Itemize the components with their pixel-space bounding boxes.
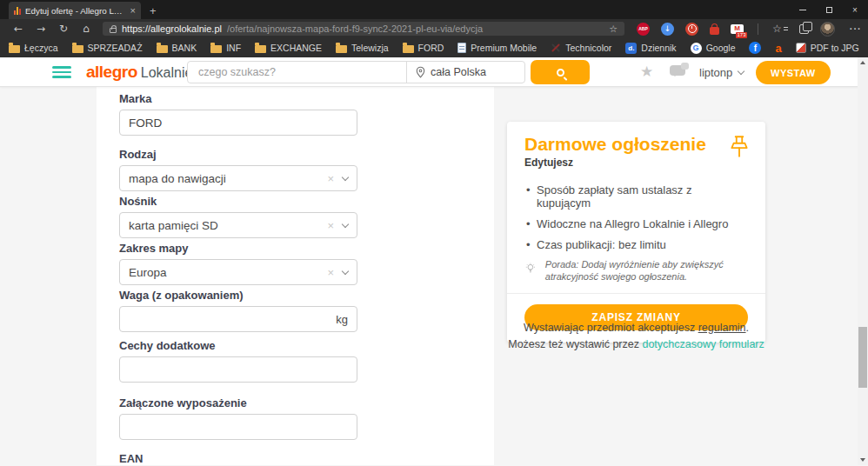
allegro-lokalnie-logo[interactable]: allegroLokalnie xyxy=(86,63,192,82)
profile-avatar[interactable] xyxy=(820,22,835,37)
field-ean: EAN xyxy=(119,452,357,465)
search-button[interactable] xyxy=(531,60,590,84)
browser-window: Edytuj ofertę - Allegro Lokalnie × + × ←… xyxy=(0,0,868,466)
zakres-mapy-select[interactable]: Europa × xyxy=(119,259,357,285)
collections-icon[interactable] xyxy=(799,24,809,34)
bookmark-item[interactable]: d. Dziennik xyxy=(625,43,676,54)
page-scrollbar[interactable] xyxy=(858,57,868,465)
field-zalaczone-wyposazenie: Załączone wyposażenie xyxy=(119,396,357,440)
field-zakres-mapy: Zakres mapy Europa × xyxy=(119,242,357,285)
address-bar[interactable]: https://allegrolokalnie.pl /oferta/najno… xyxy=(103,22,624,36)
search-icon xyxy=(557,69,564,77)
bookmark-folder[interactable]: FORD xyxy=(403,43,444,53)
alt-form-line: Możesz też wystawić przez dotychczasowy … xyxy=(507,338,765,350)
window-controls: × xyxy=(790,0,868,19)
clear-icon[interactable]: × xyxy=(327,172,334,185)
card-subtitle: Edytujesz xyxy=(524,156,748,169)
search-input[interactable] xyxy=(188,62,406,83)
bookmark-folder[interactable]: INF xyxy=(210,43,241,53)
cechy-dodatkowe-input[interactable] xyxy=(129,363,348,376)
folder-icon xyxy=(403,45,414,53)
scrollbar-thumb[interactable] xyxy=(858,327,867,388)
bookmark-folder[interactable]: BANK xyxy=(157,43,197,53)
close-button[interactable]: × xyxy=(842,0,868,19)
hamburger-menu-icon[interactable] xyxy=(52,66,71,81)
terms-note: Wystawiając przedmiot akceptujesz regula… xyxy=(507,322,765,355)
favorites-star-icon[interactable]: ★ xyxy=(640,63,653,80)
bookmark-item[interactable]: PDF to JPG xyxy=(796,43,859,53)
bookmark-item[interactable]: a xyxy=(775,43,781,54)
tab-close-icon[interactable]: × xyxy=(130,6,136,16)
rodzaj-select[interactable]: mapa do nawigacji × xyxy=(119,165,357,191)
regulamin-link[interactable]: regulamin xyxy=(698,322,746,334)
folder-icon xyxy=(9,45,20,53)
zalaczone-wyposazenie-input[interactable] xyxy=(129,421,348,434)
maximize-button[interactable] xyxy=(816,0,842,19)
marka-input[interactable] xyxy=(129,116,348,130)
refresh-button[interactable]: ↻ xyxy=(52,23,75,35)
bookmark-folder[interactable]: SPRZEADAŻ xyxy=(72,43,143,53)
adblock-extension-icon[interactable]: ABP xyxy=(637,23,650,36)
location-select[interactable]: cała Polska xyxy=(406,62,524,83)
forward-button[interactable]: → xyxy=(30,23,52,35)
add-favorite-icon[interactable]: ☆ xyxy=(609,23,618,35)
ssl-lock-icon xyxy=(110,28,117,33)
lightbulb-icon xyxy=(524,259,537,278)
extension-row: ABP ↓ M 173 ☆ ··· xyxy=(637,22,862,37)
tip-text: Porada: Dodaj wyróżnienie aby zwiększyć … xyxy=(545,259,748,283)
google-icon: G xyxy=(691,43,702,54)
bookmark-item[interactable]: f xyxy=(749,42,761,54)
password-extension-icon[interactable] xyxy=(710,27,719,35)
document-icon xyxy=(457,43,466,53)
field-rodzaj: Rodzaj mapa do nawigacji × xyxy=(119,148,357,191)
folder-icon xyxy=(210,45,222,53)
benefit-item: Czas publikacji: bez limitu xyxy=(524,238,748,251)
favorites-hub-icon[interactable]: ☆ xyxy=(772,23,788,35)
back-button[interactable]: ← xyxy=(7,23,30,35)
bookmark-item[interactable]: Premium Mobile xyxy=(457,43,537,53)
folder-icon xyxy=(255,45,266,53)
location-pin-icon xyxy=(416,66,425,78)
folder-icon xyxy=(157,45,168,53)
chevron-down-icon xyxy=(342,173,349,180)
chevron-down-icon xyxy=(342,267,349,274)
offer-form-panel: Marka Rodzaj mapa do nawigacji × Nośnik xyxy=(97,87,494,465)
tab-title: Edytuj ofertę - Allegro Lokalnie xyxy=(25,6,126,16)
bookmark-item[interactable]: G Google xyxy=(691,43,736,54)
clear-icon[interactable]: × xyxy=(327,219,334,232)
tools-icon xyxy=(551,43,561,53)
field-waga: Waga (z opakowaniem) kg xyxy=(119,289,357,332)
bookmark-folder[interactable]: Łęczyca xyxy=(9,43,58,53)
card-title: Darmowe ogłoszenie xyxy=(524,134,748,155)
new-tab-button[interactable]: + xyxy=(150,5,157,17)
settings-menu-icon[interactable]: ··· xyxy=(850,23,862,34)
publish-offer-button[interactable]: WYSTAW xyxy=(756,61,831,84)
waga-input[interactable] xyxy=(129,313,348,326)
browser-toolbar: ← → ↻ ⌂ https://allegrolokalnie.pl /ofer… xyxy=(0,19,868,38)
messages-icon[interactable] xyxy=(670,65,685,76)
tip-row: Porada: Dodaj wyróżnienie aby zwiększyć … xyxy=(524,259,748,283)
browser-tab[interactable]: Edytuj ofertę - Allegro Lokalnie × xyxy=(9,2,141,19)
minimize-button[interactable] xyxy=(790,0,816,19)
home-button[interactable]: ⌂ xyxy=(75,23,97,35)
url-host: https://allegrolokalnie.pl xyxy=(122,23,222,34)
history-extension-icon[interactable] xyxy=(685,23,698,36)
clear-icon[interactable]: × xyxy=(327,266,334,279)
user-menu[interactable]: liptonp xyxy=(699,66,744,79)
title-bar: Edytuj ofertę - Allegro Lokalnie × + × xyxy=(0,0,868,19)
download-extension-icon[interactable]: ↓ xyxy=(661,23,674,36)
benefit-list: Sposób zapłaty sam ustalasz z kupującym … xyxy=(524,183,748,251)
bookmark-folder[interactable]: Telewizja xyxy=(336,43,389,53)
gmail-extension-icon[interactable]: M 173 xyxy=(731,24,744,34)
bookmark-folder[interactable]: EXCHANGE xyxy=(255,43,322,53)
bookmark-item[interactable]: Technicolor xyxy=(551,43,611,53)
scroll-up-arrow[interactable] xyxy=(860,61,865,64)
nosnik-select[interactable]: karta pamięci SD × xyxy=(119,212,357,238)
page-content: Marka Rodzaj mapa do nawigacji × Nośnik xyxy=(0,87,868,465)
scroll-down-arrow[interactable] xyxy=(860,458,865,462)
site-header: allegroLokalnie cała Polska ★ liptonp xyxy=(0,57,868,87)
unit-suffix: kg xyxy=(336,313,348,326)
allegro-icon: a xyxy=(775,43,781,54)
legacy-form-link[interactable]: dotychczasowy formularz xyxy=(642,338,764,350)
field-cechy-dodatkowe: Cechy dodatkowe xyxy=(119,339,357,383)
